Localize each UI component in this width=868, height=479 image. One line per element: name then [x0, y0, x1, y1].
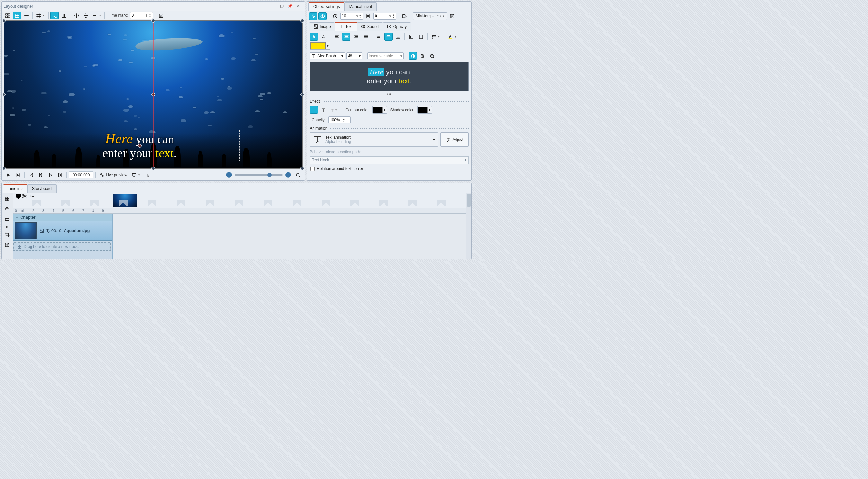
select-crop-icon[interactable]	[13, 11, 21, 19]
handle-center[interactable]	[151, 93, 155, 96]
text-animation-select[interactable]: Text animation: Alpha blending ▾	[310, 132, 438, 147]
zoom-reset-icon[interactable]	[428, 52, 436, 60]
handle-ml[interactable]	[2, 93, 6, 96]
valign-bottom-icon[interactable]	[394, 33, 402, 40]
scissors-icon[interactable]	[22, 194, 27, 199]
align-right-icon[interactable]	[352, 33, 360, 40]
display-dropdown-icon[interactable]: ▾	[130, 171, 142, 179]
text-center-handle[interactable]	[138, 144, 142, 148]
timeline-vscroll[interactable]	[466, 193, 471, 259]
text-border-icon[interactable]	[407, 33, 415, 40]
bold-letter-icon[interactable]: A	[310, 33, 318, 40]
spin-down-icon[interactable]: ▼	[149, 16, 151, 18]
tab-object-settings[interactable]: Object settings	[308, 2, 345, 11]
italic-letter-icon[interactable]: A	[319, 33, 328, 40]
align-left-icon[interactable]	[333, 33, 341, 40]
zoom-actual-icon[interactable]	[418, 52, 427, 60]
remove-track-icon[interactable]	[3, 215, 12, 223]
handle-br[interactable]	[300, 167, 304, 170]
live-preview-button[interactable]: Live preview	[98, 171, 129, 179]
grid-icon[interactable]: ▾	[35, 11, 46, 19]
list-dropdown-icon[interactable]: ▾	[91, 11, 102, 19]
tab-manual-input[interactable]: Manual input	[344, 2, 377, 11]
handle-tm[interactable]	[151, 19, 155, 23]
outline-effect-icon[interactable]: T	[319, 106, 328, 114]
handle-bl[interactable]	[2, 167, 6, 170]
crop-tool-icon[interactable]	[3, 230, 12, 239]
auto-layout-icon[interactable]	[3, 194, 12, 203]
valign-top-icon[interactable]	[375, 33, 383, 40]
handle-mr[interactable]	[300, 93, 304, 96]
tab-timeline[interactable]: Timeline	[3, 184, 28, 193]
bars-icon[interactable]	[143, 171, 151, 179]
apply-icon[interactable]	[400, 12, 409, 20]
link-icon[interactable]	[309, 12, 317, 20]
preview-canvas[interactable]: Here you can enter your text.	[3, 20, 303, 169]
list-small-icon[interactable]	[22, 11, 31, 19]
shadow-effect-icon[interactable]: T▾	[329, 106, 339, 114]
align-center-icon[interactable]	[342, 33, 350, 40]
next-frame-icon[interactable]	[46, 171, 55, 179]
contrast-icon[interactable]	[409, 52, 417, 60]
valign-middle-icon[interactable]	[384, 33, 393, 40]
curve-icon[interactable]	[51, 11, 59, 19]
skip-end-icon[interactable]	[56, 171, 64, 179]
handle-tr[interactable]	[300, 19, 304, 23]
window-maximize-icon[interactable]: ▢	[278, 2, 286, 10]
play-icon[interactable]	[4, 171, 12, 179]
timeline-ruler-top[interactable]	[13, 193, 466, 208]
shadow-color-swatch[interactable]: ▾	[417, 106, 432, 114]
subtab-image[interactable]: Image	[309, 22, 335, 31]
font-size-select[interactable]: 48▾	[346, 52, 362, 59]
mini-templates-dropdown[interactable]: Mini-templates▾	[413, 12, 447, 20]
save-settings-icon[interactable]	[448, 12, 457, 20]
fill-color-swatch[interactable]: ▾	[310, 42, 330, 50]
zoom-slider[interactable]	[235, 174, 283, 176]
rotation-checkbox[interactable]	[310, 167, 315, 171]
insert-variable-select[interactable]: Insert variable▾	[367, 52, 404, 59]
expand-dots-icon[interactable]: •••	[307, 91, 471, 98]
timeline-time-ruler[interactable]: 0 min 123456789	[13, 208, 466, 214]
hspacing-icon[interactable]	[364, 12, 372, 20]
insert-track-icon[interactable]	[3, 205, 12, 213]
text-box-icon[interactable]	[417, 33, 425, 40]
subtab-opacity[interactable]: Opacity	[382, 22, 411, 31]
flip-horizontal-icon[interactable]	[72, 11, 81, 19]
clock-icon[interactable]	[331, 12, 339, 20]
behavior-select[interactable]: Text block ▾	[310, 156, 469, 164]
save-icon[interactable]	[157, 11, 165, 19]
zoom-in-icon[interactable]: +	[285, 172, 291, 178]
contour-color-swatch[interactable]: ▾	[372, 106, 387, 114]
tab-storyboard[interactable]: Storyboard	[27, 184, 57, 193]
fill-effect-icon[interactable]: T	[310, 106, 318, 114]
prev-frame-icon[interactable]	[37, 171, 45, 179]
tools-caret-icon[interactable]: ▶	[6, 226, 8, 228]
subtab-sound[interactable]: Sound	[356, 22, 383, 31]
handle-bm[interactable]	[151, 167, 155, 170]
font-select[interactable]: Alex Brush ▾	[310, 52, 345, 59]
list-bullets-icon[interactable]: ▾	[430, 33, 441, 40]
offset-input[interactable]: s ▲▼	[373, 12, 396, 20]
eye-icon[interactable]	[318, 12, 327, 20]
timemark-value[interactable]	[132, 13, 145, 18]
group-icon[interactable]	[3, 11, 12, 19]
spin-up-icon[interactable]: ▲	[149, 13, 151, 16]
timemark-input[interactable]: s ▲▼	[130, 12, 153, 19]
split-horizontal-icon[interactable]	[60, 11, 68, 19]
dissolve-icon[interactable]	[30, 194, 34, 199]
duration-input[interactable]: s ▲▼	[340, 12, 363, 20]
zoom-fit-icon[interactable]	[293, 171, 302, 179]
text-preview-box[interactable]: Here you can enter your text.	[310, 62, 469, 91]
handle-tl[interactable]	[2, 19, 6, 23]
align-justify-icon[interactable]	[362, 33, 370, 40]
flip-vertical-icon[interactable]	[82, 11, 90, 19]
window-pin-icon[interactable]: 📌	[286, 2, 294, 10]
text-color-icon[interactable]: ▾	[446, 33, 458, 40]
opacity-input[interactable]: ▲▼	[328, 116, 351, 123]
adjust-button[interactable]: Adjust	[440, 132, 469, 147]
zoom-out-icon[interactable]: −	[226, 172, 232, 178]
window-close-icon[interactable]: ✕	[294, 2, 303, 10]
fit-tool-icon[interactable]	[3, 240, 12, 249]
play-frame-icon[interactable]	[14, 171, 22, 179]
subtab-text[interactable]: Text	[335, 22, 357, 31]
